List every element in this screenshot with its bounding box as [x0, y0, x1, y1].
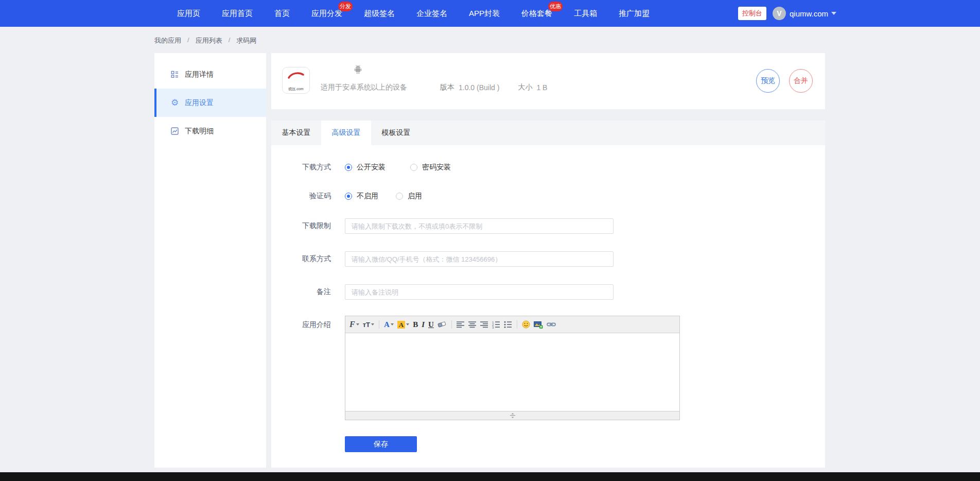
nav-item-home[interactable]: 首页: [274, 9, 290, 19]
align-left-button[interactable]: [457, 319, 465, 330]
nav-item-app-package[interactable]: APP封装: [469, 9, 500, 19]
download-method-row: 下载方式 公开安装 密码安装: [271, 160, 825, 175]
sidebar-item-label: 下载明细: [185, 127, 214, 136]
font-family-icon: F: [349, 320, 355, 329]
radio-password-install[interactable]: [410, 164, 417, 171]
highlight-color-button[interactable]: A: [397, 319, 409, 330]
align-left-icon: [457, 321, 465, 328]
nav-item-pricing[interactable]: 价格套餐 优惠: [521, 9, 552, 19]
resize-handle-icon[interactable]: [510, 413, 516, 418]
remark-input[interactable]: [345, 284, 614, 300]
radio-public-install-label[interactable]: 公开安装: [357, 163, 386, 172]
remove-format-button[interactable]: [437, 319, 447, 330]
download-limit-label: 下载限制: [271, 221, 331, 231]
app-intro-row: 应用介绍 F тT A A: [271, 316, 825, 420]
nav-item-toolbox[interactable]: 工具箱: [574, 9, 597, 19]
unordered-list-button[interactable]: [504, 319, 512, 330]
insert-image-icon: [534, 321, 543, 329]
breadcrumb-current-app: 求码网: [236, 36, 256, 45]
remark-row: 备注: [271, 284, 825, 300]
bold-button[interactable]: B: [413, 319, 418, 330]
nav-item-app-distribution[interactable]: 应用分发 分发: [311, 9, 342, 19]
save-button[interactable]: 保存: [345, 436, 417, 452]
tab-template-settings[interactable]: 模板设置: [371, 121, 421, 145]
sidebar-item-app-details[interactable]: 应用详情: [154, 60, 266, 89]
size-value: 1 B: [536, 83, 547, 92]
version-label: 版本: [440, 83, 454, 92]
breadcrumb-app-list[interactable]: 应用列表: [196, 36, 222, 45]
editor-content-area[interactable]: [345, 333, 679, 411]
radio-public-install[interactable]: [345, 164, 352, 171]
toolbar-separator: [379, 320, 379, 329]
radio-captcha-off[interactable]: [345, 193, 352, 200]
tab-basic-settings[interactable]: 基本设置: [271, 121, 321, 145]
contact-input[interactable]: [345, 251, 614, 267]
font-family-button[interactable]: F: [349, 319, 359, 330]
settings-card: 基本设置 高级设置 模板设置 下载方式 公开安装 密码安装 验证码: [271, 121, 825, 468]
nav-item-label: 应用分发: [311, 9, 342, 18]
bold-icon: B: [413, 320, 418, 329]
app-intro-label: 应用介绍: [271, 316, 331, 330]
gear-icon: ⚙: [170, 98, 179, 107]
app-header-card: 统区.com 适用于安卓系统以上的设备 版本: [271, 53, 825, 109]
username[interactable]: qiumw.com: [790, 9, 828, 18]
align-center-button[interactable]: [468, 319, 477, 330]
rich-text-editor: F тT A A B I: [345, 316, 680, 420]
ordered-list-button[interactable]: 123: [492, 319, 500, 330]
breadcrumb-separator: /: [229, 36, 231, 45]
nav-item-enterprise-sign[interactable]: 企业签名: [416, 9, 447, 19]
nav-menu: 应用页 应用首页 首页 应用分发 分发 超级签名 企业签名 APP封装 价格套餐…: [177, 0, 650, 27]
editor-toolbar: F тT A A B I: [345, 316, 679, 333]
underline-button[interactable]: U: [428, 319, 434, 330]
app-icon-swoosh: [283, 67, 309, 87]
radio-captcha-on-label[interactable]: 启用: [408, 192, 422, 201]
contact-label: 联系方式: [271, 254, 331, 264]
italic-icon: I: [422, 320, 425, 329]
breadcrumb-my-apps[interactable]: 我的应用: [154, 36, 181, 45]
align-right-button[interactable]: [480, 319, 488, 330]
italic-button[interactable]: I: [422, 319, 425, 330]
nav-item-promotion[interactable]: 推广加盟: [619, 9, 650, 19]
tab-advanced-settings[interactable]: 高级设置: [321, 121, 371, 145]
emoticon-icon: [522, 320, 530, 329]
link-button[interactable]: [547, 319, 556, 330]
radio-captcha-off-label[interactable]: 不启用: [357, 192, 378, 201]
preview-button[interactable]: 预览: [756, 69, 780, 93]
align-center-icon: [468, 321, 477, 328]
merge-button[interactable]: 合并: [789, 69, 813, 93]
align-right-icon: [480, 321, 488, 328]
nav-item-app-page[interactable]: 应用页: [177, 9, 200, 19]
unordered-list-icon: [504, 321, 512, 329]
emoticon-button[interactable]: [522, 319, 530, 330]
radio-password-install-label[interactable]: 密码安装: [422, 163, 451, 172]
radio-captcha-on[interactable]: [396, 193, 403, 200]
avatar[interactable]: V: [773, 7, 786, 20]
breadcrumb: 我的应用 / 应用列表 / 求码网: [154, 36, 256, 45]
app-icon-caption: 统区.com: [283, 87, 309, 92]
underline-icon: U: [428, 320, 434, 329]
text-color-button[interactable]: A: [384, 319, 394, 330]
ordered-list-icon: 123: [492, 321, 500, 329]
nav-item-app-home[interactable]: 应用首页: [222, 9, 253, 19]
chart-icon: [170, 127, 179, 135]
sidebar-item-app-settings[interactable]: ⚙ 应用设置: [154, 89, 266, 117]
download-limit-row: 下载限制: [271, 218, 825, 234]
nav-item-super-sign[interactable]: 超级签名: [364, 9, 395, 19]
download-limit-input[interactable]: [345, 218, 614, 234]
insert-image-button[interactable]: [534, 319, 543, 330]
device-compat-text: 适用于安卓系统以上的设备: [321, 83, 407, 92]
download-method-label: 下载方式: [271, 163, 331, 172]
console-button[interactable]: 控制台: [738, 7, 766, 20]
contact-row: 联系方式: [271, 251, 825, 267]
font-size-button[interactable]: тT: [363, 319, 374, 330]
page-root: 应用页 应用首页 首页 应用分发 分发 超级签名 企业签名 APP封装 价格套餐…: [0, 0, 980, 481]
toolbar-separator: [451, 320, 452, 329]
sidebar-item-download-details[interactable]: 下载明细: [154, 117, 266, 145]
app-icon: 统区.com: [282, 67, 310, 94]
sidebar-item-label: 应用详情: [185, 70, 214, 79]
tab-strip: 基本设置 高级设置 模板设置: [271, 121, 825, 145]
captcha-label: 验证码: [271, 192, 331, 201]
captcha-row: 验证码 不启用 启用: [271, 188, 825, 204]
editor-status-bar: [345, 411, 679, 420]
footer-bar: [0, 472, 980, 481]
